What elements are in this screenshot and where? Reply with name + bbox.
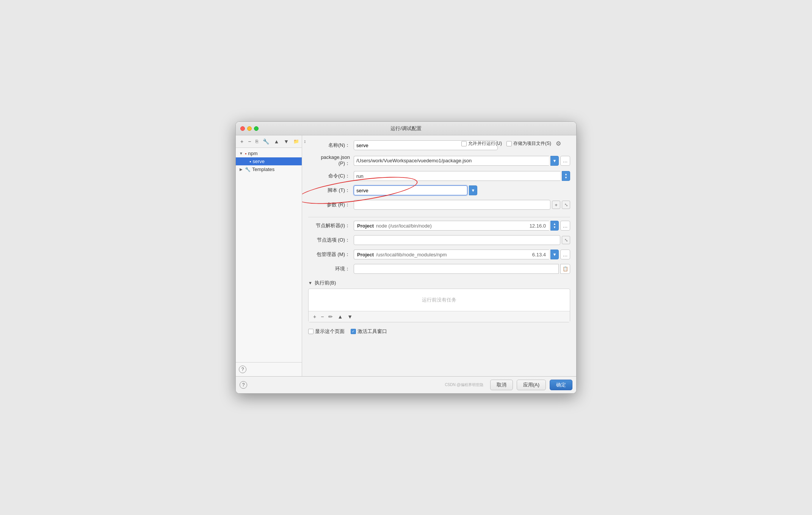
apply-button[interactable]: 应用(A) bbox=[517, 380, 546, 390]
activate-tool-label: 激活工具窗口 bbox=[357, 328, 387, 335]
parallel-run-checkbox[interactable] bbox=[461, 141, 467, 146]
params-add-btn[interactable]: + bbox=[552, 201, 560, 209]
node-spinner-btn[interactable]: ▲ ▼ bbox=[550, 221, 559, 231]
before-move-down-btn[interactable]: ▼ bbox=[346, 313, 354, 320]
before-section: ▼ 执行前(B) 运行前没有任务 + − ✏ ▲ ▼ bbox=[308, 279, 570, 322]
top-options: 允许并行运行(U) 存储为项目文件(S) ⚙ bbox=[461, 140, 561, 147]
before-edit-btn[interactable]: ✏ bbox=[327, 313, 334, 320]
node-version: 12.16.0 bbox=[530, 223, 546, 229]
serve-icon: ▪ bbox=[249, 159, 251, 164]
sidebar-toolbar: + − ⎘ 🔧 ▲ ▼ 📁 ↕ bbox=[236, 135, 302, 148]
show-page-label: 显示这个页面 bbox=[315, 328, 345, 335]
package-json-value: /Users/work/VueWorkspace/vuedemo1/packag… bbox=[354, 156, 549, 166]
ok-button[interactable]: 确定 bbox=[550, 380, 572, 390]
before-toolbar: + − ✏ ▲ ▼ bbox=[309, 311, 570, 322]
remove-config-button[interactable]: − bbox=[246, 138, 252, 145]
activate-tool-option[interactable]: ✓ 激活工具窗口 bbox=[351, 328, 387, 335]
before-collapse-arrow[interactable]: ▼ bbox=[308, 281, 312, 285]
cancel-button[interactable]: 取消 bbox=[490, 380, 513, 390]
show-page-option[interactable]: 显示这个页面 bbox=[308, 328, 345, 335]
sidebar: + − ⎘ 🔧 ▲ ▼ 📁 ↕ ▼ ▪ npm bbox=[236, 135, 302, 376]
node-options-label: 节点选项 (O)： bbox=[308, 237, 354, 243]
node-options-row: 节点选项 (O)： ⤡ bbox=[308, 235, 570, 245]
settings-config-button[interactable]: 🔧 bbox=[261, 138, 271, 145]
before-remove-btn[interactable]: − bbox=[319, 313, 325, 320]
pkg-browse-btn[interactable]: … bbox=[560, 250, 570, 259]
add-config-button[interactable]: + bbox=[239, 138, 245, 145]
pkg-dropdown-btn[interactable]: ▼ bbox=[550, 250, 559, 259]
script-dropdown-btn[interactable]: ▼ bbox=[469, 185, 477, 195]
params-input[interactable] bbox=[354, 200, 550, 210]
before-move-up-btn[interactable]: ▲ bbox=[336, 313, 344, 320]
tree-item-templates[interactable]: ▶ 🔧 Templates bbox=[236, 165, 302, 173]
package-manager-value: Project /usr/local/lib/node_modules/npm … bbox=[354, 250, 549, 259]
activate-tool-checkbox[interactable]: ✓ bbox=[351, 329, 356, 334]
params-label: 参数 (R)： bbox=[308, 201, 354, 208]
package-json-dropdown-btn[interactable]: ▼ bbox=[550, 156, 559, 166]
npm-label: npm bbox=[248, 151, 257, 156]
config-tree: ▼ ▪ npm ▪ serve ▶ 🔧 Templates bbox=[236, 148, 302, 362]
node-interpreter-label: 节点解析器(I)： bbox=[308, 222, 354, 229]
script-row: 脚本 (T)： ▼ bbox=[308, 185, 570, 196]
templates-label: Templates bbox=[252, 166, 274, 172]
env-control: 📋 bbox=[354, 264, 570, 274]
gear-button[interactable]: ⚙ bbox=[556, 140, 561, 147]
help-button[interactable]: ? bbox=[239, 366, 246, 373]
move-down-button[interactable]: ▼ bbox=[282, 138, 290, 145]
node-badge: Project bbox=[357, 223, 374, 229]
move-up-button[interactable]: ▲ bbox=[272, 138, 281, 145]
sidebar-footer: ? bbox=[236, 362, 302, 376]
package-json-label: package.json (P)： bbox=[308, 154, 354, 167]
node-interpreter-value: Project node (/usr/local/bin/node) 12.16… bbox=[354, 221, 549, 231]
node-browse-btn[interactable]: … bbox=[560, 221, 570, 231]
tree-arrow-templates: ▶ bbox=[239, 167, 243, 171]
before-empty-text: 运行前没有任务 bbox=[309, 289, 570, 311]
node-interpreter-row: 节点解析器(I)： Project node (/usr/local/bin/n… bbox=[308, 220, 570, 231]
script-control: ▼ bbox=[354, 185, 570, 195]
command-control: run ▲ ▼ bbox=[354, 171, 570, 181]
window-title: 运行/调试配置 bbox=[390, 125, 422, 132]
package-manager-row: 包管理器 (M)： Project /usr/local/lib/node_mo… bbox=[308, 249, 570, 260]
before-header: ▼ 执行前(B) bbox=[308, 279, 570, 286]
env-row: 环境： 📋 bbox=[308, 264, 570, 274]
bottom-help-button[interactable]: ? bbox=[240, 381, 247, 389]
serve-label: serve bbox=[252, 159, 265, 164]
show-activate-row: 显示这个页面 ✓ 激活工具窗口 bbox=[308, 326, 570, 337]
env-label: 环境： bbox=[308, 265, 354, 272]
pkg-version: 6.13.4 bbox=[532, 252, 546, 258]
maximize-button[interactable] bbox=[254, 126, 259, 131]
node-interpreter-control: Project node (/usr/local/bin/node) 12.16… bbox=[354, 221, 570, 231]
bottom-bar: ? CSDN @编程界明世隐 取消 应用(A) 确定 bbox=[236, 376, 576, 393]
show-page-checkbox[interactable] bbox=[308, 329, 314, 334]
pkg-path: /usr/local/lib/node_modules/npm bbox=[376, 252, 447, 258]
package-json-browse-btn[interactable]: … bbox=[560, 156, 570, 166]
params-control: + ⤡ bbox=[354, 200, 570, 210]
parallel-run-option[interactable]: 允许并行运行(U) bbox=[461, 140, 502, 147]
close-button[interactable] bbox=[240, 126, 245, 131]
copy-config-button[interactable]: ⎘ bbox=[254, 138, 260, 145]
minimize-button[interactable] bbox=[247, 126, 252, 131]
before-content: 运行前没有任务 + − ✏ ▲ ▼ bbox=[308, 289, 570, 322]
command-row: 命令(C)： run ▲ ▼ bbox=[308, 171, 570, 181]
store-file-checkbox[interactable] bbox=[506, 141, 512, 146]
command-label: 命令(C)： bbox=[308, 173, 354, 179]
params-expand-btn[interactable]: ⤡ bbox=[562, 201, 570, 209]
tree-item-serve[interactable]: ▪ serve bbox=[236, 157, 302, 165]
tree-arrow-npm: ▼ bbox=[239, 151, 243, 155]
tree-item-npm[interactable]: ▼ ▪ npm bbox=[236, 149, 302, 157]
command-spinner-btn[interactable]: ▲ ▼ bbox=[562, 171, 570, 181]
npm-icon: ▪ bbox=[245, 151, 246, 156]
package-manager-label: 包管理器 (M)： bbox=[308, 251, 354, 258]
store-file-option[interactable]: 存储为项目文件(S) bbox=[506, 140, 551, 147]
script-label: 脚本 (T)： bbox=[308, 187, 354, 194]
folder-button[interactable]: 📁 bbox=[292, 138, 301, 145]
node-options-expand-btn[interactable]: ⤡ bbox=[562, 236, 570, 244]
section-divider-1 bbox=[308, 217, 570, 217]
wrench-icon: 🔧 bbox=[245, 167, 251, 172]
node-options-input[interactable] bbox=[354, 235, 560, 245]
before-add-btn[interactable]: + bbox=[312, 313, 318, 320]
env-edit-btn[interactable]: 📋 bbox=[560, 264, 570, 274]
env-value bbox=[354, 264, 559, 274]
package-json-row: package.json (P)： /Users/work/VueWorkspa… bbox=[308, 154, 570, 167]
script-input[interactable] bbox=[354, 185, 467, 195]
